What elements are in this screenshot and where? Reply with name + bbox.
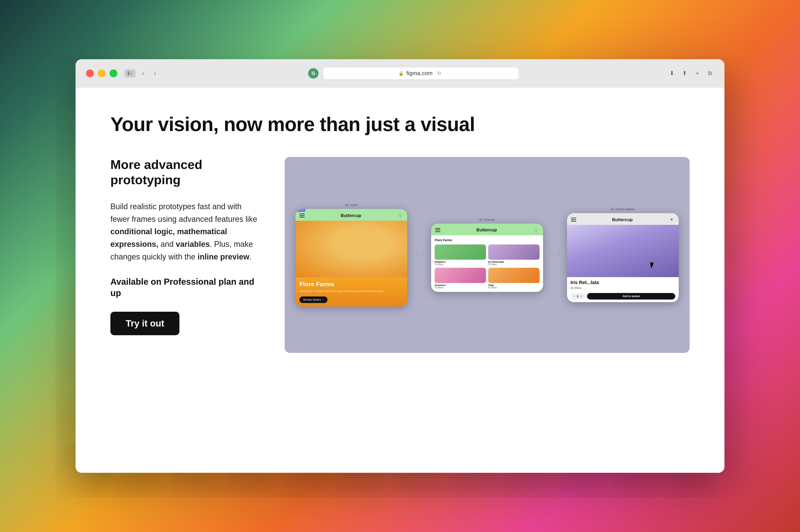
farm-content: Flore Farms Specializing in multiple var… — [296, 277, 407, 306]
product-detail-image — [567, 225, 679, 277]
farm-name: Flore Farms — [299, 281, 403, 288]
frame-browse-wrapper: M / Browse Buttercup 🛒 — [431, 218, 543, 292]
available-plan-text: Available on Professional plan and up — [110, 276, 263, 299]
quantity-value: 1 — [577, 294, 579, 298]
browser-chrome: ‹ › G 🔒 figma.com ↻ ⬇ ⬆ + ⧉ — [76, 59, 724, 88]
frame-farm-label: M / Farm — [296, 203, 407, 207]
phone-header-browse: Buttercup 🛒 — [431, 224, 543, 235]
flow-badge: Flow ⓘ — [296, 209, 305, 212]
back-button[interactable]: ‹ — [139, 69, 147, 77]
product-card-iris[interactable]: Iris Reticulata $1.99/ea — [488, 244, 540, 266]
phone-header-farm: Buttercup 🛒 — [296, 209, 407, 221]
forward-button[interactable]: › — [151, 69, 159, 77]
tabs-icon[interactable]: ⧉ — [706, 69, 714, 77]
product-detail-price: $1.99/ea — [571, 286, 675, 289]
connection-arrow-1 — [414, 253, 425, 257]
product-img-tulip — [488, 268, 540, 283]
product-price-hellebore: $1.00/ea — [435, 263, 486, 266]
product-card-tulip[interactable]: Tulip $1.99/ea — [488, 268, 540, 289]
prototype-demo: M / Farm Flow ⓘ Buttercup 🛒 — [296, 203, 679, 306]
lock-icon: 🔒 — [398, 71, 404, 76]
phone-logo-browse: Buttercup — [477, 227, 497, 232]
section-heading: More advanced prototyping — [110, 157, 263, 187]
hamburger-icon — [299, 213, 305, 217]
quantity-control[interactable]: − 1 + — [571, 293, 585, 300]
product-price-iris: $1.99/ea — [488, 263, 540, 266]
product-card-anemone[interactable]: Anemone $1.99/ea — [435, 268, 486, 289]
browser-window: ‹ › G 🔒 figma.com ↻ ⬇ ⬆ + ⧉ Your vision,… — [76, 59, 724, 473]
traffic-lights — [86, 70, 117, 77]
product-price-anemone: $1.99/ea — [435, 286, 486, 289]
try-it-out-button[interactable]: Try it out — [110, 312, 180, 335]
left-panel: More advanced prototyping Build realisti… — [110, 157, 263, 335]
connection-arrow-2 — [550, 253, 560, 257]
product-img-anemone — [435, 268, 486, 283]
main-layout: More advanced prototyping Build realisti… — [110, 157, 690, 447]
cursor-overlay — [651, 262, 654, 268]
svg-rect-3 — [130, 74, 132, 75]
product-detail-name: Iris Ret...lata — [571, 280, 675, 285]
iris-flower-bg — [567, 225, 679, 277]
svg-marker-7 — [558, 254, 560, 256]
svg-marker-5 — [423, 254, 425, 256]
sidebar-toggle-button[interactable] — [124, 69, 136, 77]
cart-icon-2: 🛒 — [533, 227, 539, 233]
browse-section-label: Flore Farms — [435, 239, 539, 242]
prototype-demo-panel: M / Farm Flow ⓘ Buttercup 🛒 — [284, 157, 690, 353]
frame-farm-wrapper: M / Farm Flow ⓘ Buttercup 🛒 — [296, 203, 407, 306]
minimize-button[interactable] — [98, 70, 106, 77]
url-text: figma.com — [407, 70, 433, 77]
svg-rect-1 — [130, 72, 132, 72]
browse-section: Flore Farms Hellebore $1.00/ea — [431, 235, 543, 292]
decrease-qty-button[interactable]: − — [573, 294, 575, 298]
frame-browse-label: M / Browse — [431, 218, 543, 221]
hamburger-icon-3 — [571, 218, 576, 222]
phone-frame-browse: Buttercup 🛒 Flore Farms Hellebore — [431, 224, 543, 292]
frame-basket-wrapper: M / Add to basket Buttercup ✕ — [567, 207, 679, 302]
download-icon[interactable]: ⬇ — [668, 69, 676, 77]
product-grid: Hellebore $1.00/ea Iris Reticulata $1.99… — [435, 244, 539, 289]
product-name-hellebore: Hellebore — [435, 261, 486, 263]
product-price-tulip: $1.99/ea — [488, 286, 540, 289]
increase-qty-button[interactable]: + — [580, 294, 582, 298]
browse-flowers-button[interactable]: Browse flowers › — [299, 297, 328, 303]
address-bar[interactable]: 🔒 figma.com ↻ — [323, 67, 519, 80]
product-name-tulip: Tulip — [488, 284, 540, 286]
cart-icon: 🛒 — [397, 212, 403, 218]
address-bar-wrapper: G 🔒 figma.com ↻ — [166, 67, 661, 80]
add-to-basket-button[interactable]: Add to basket — [587, 293, 675, 300]
maximize-button[interactable] — [110, 70, 117, 77]
phone-logo-farm: Buttercup — [340, 213, 361, 218]
add-to-basket-row: − 1 + Add to basket — [571, 293, 675, 300]
profile-icon[interactable]: G — [308, 68, 319, 79]
browser-controls: ‹ › — [124, 69, 159, 77]
close-icon-basket: ✕ — [669, 216, 675, 223]
frame-basket-label: M / Add to basket — [567, 207, 679, 211]
farm-hero-image — [296, 221, 407, 277]
svg-rect-2 — [130, 73, 132, 74]
close-button[interactable] — [86, 70, 94, 77]
product-name-anemone: Anemone — [435, 284, 486, 286]
reload-button[interactable]: ↻ — [435, 69, 443, 77]
phone-frame-basket: Buttercup ✕ — [567, 213, 679, 302]
farm-description: Specializing in multiple varieties of tu… — [299, 289, 403, 293]
svg-rect-0 — [128, 71, 129, 75]
product-img-iris — [488, 244, 540, 260]
page-content: Your vision, now more than just a visual… — [76, 88, 724, 473]
product-detail-content: Iris Ret...lata $1.99/ea − 1 + Add — [567, 277, 679, 302]
browser-actions: ⬇ ⬆ + ⧉ — [668, 69, 714, 77]
section-description: Build realistic prototypes fast and with… — [110, 200, 263, 263]
product-name-iris: Iris Reticulata — [488, 261, 540, 263]
phone-frame-farm: Flow ⓘ Buttercup 🛒 — [296, 209, 407, 306]
phone-logo-basket: Buttercup — [612, 217, 633, 222]
product-img-hellebore — [435, 244, 486, 260]
share-icon[interactable]: ⬆ — [681, 69, 689, 77]
browser-content: Your vision, now more than just a visual… — [76, 88, 724, 473]
product-card-hellebore[interactable]: Hellebore $1.00/ea — [435, 244, 486, 266]
phone-header-basket: Buttercup ✕ — [567, 213, 679, 225]
hamburger-icon-2 — [435, 228, 440, 232]
add-tab-icon[interactable]: + — [693, 69, 701, 77]
page-title: Your vision, now more than just a visual — [110, 114, 690, 135]
